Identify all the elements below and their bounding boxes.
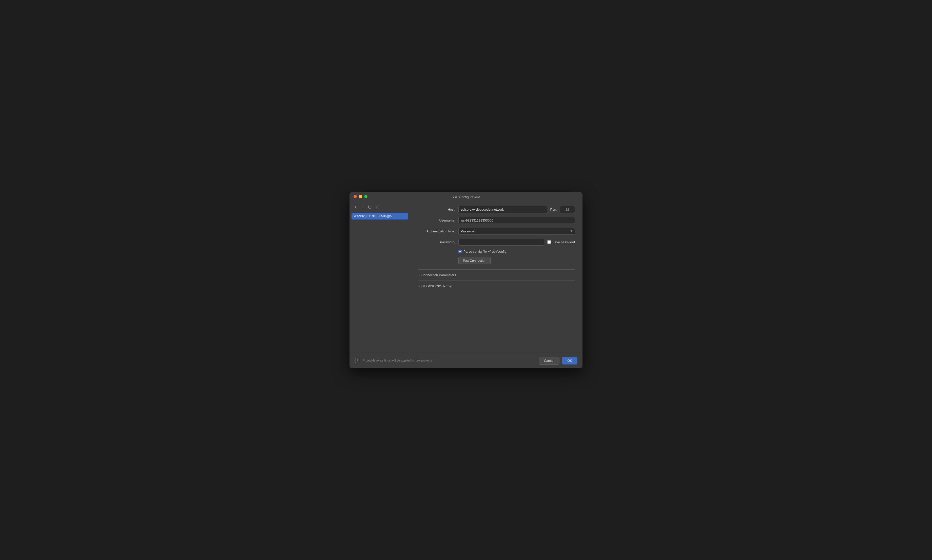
username-row: Username:: [418, 217, 575, 224]
main-content: Host: Port: Username: Authentication typ…: [410, 201, 582, 353]
footer-left: ? Project-level settings will be applied…: [354, 358, 432, 363]
maximize-button[interactable]: [364, 195, 368, 198]
host-port-group: Port:: [458, 206, 575, 213]
host-label: Host:: [418, 208, 458, 211]
help-button[interactable]: ?: [354, 358, 360, 363]
close-button[interactable]: [354, 195, 357, 198]
ok-button[interactable]: OK: [562, 357, 578, 365]
save-password-label[interactable]: Save password: [552, 240, 575, 244]
password-input[interactable]: [458, 239, 544, 246]
traffic-lights: [354, 195, 368, 198]
connection-params-arrow-icon: ›: [419, 274, 420, 277]
http-proxy-arrow-icon: ›: [419, 285, 420, 288]
ssh-configurations-dialog: SSH Configurations + − ws: [350, 192, 582, 368]
footer-hint: Project-level settings will be applied t…: [363, 359, 432, 362]
sidebar-toolbar: + −: [351, 204, 408, 213]
parse-config-label[interactable]: Parse config file ~/.ssh/config: [464, 249, 506, 254]
password-label: Password:: [418, 240, 458, 244]
password-row: Password: Save password: [418, 239, 575, 246]
add-config-button[interactable]: +: [353, 204, 359, 210]
port-input[interactable]: [560, 206, 575, 213]
save-password-area: Save password: [547, 240, 575, 244]
http-proxy-header[interactable]: › HTTP/SOCKS Proxy: [418, 284, 575, 288]
sidebar-item-config[interactable]: ws-932331191353506@s...: [351, 213, 408, 220]
remove-config-button[interactable]: −: [360, 204, 366, 210]
auth-type-label: Authentication type:: [418, 229, 458, 233]
http-proxy-section: › HTTP/SOCKS Proxy: [418, 280, 575, 292]
auth-type-row: Authentication type: Password Key pair O…: [418, 228, 575, 235]
http-proxy-label: HTTP/SOCKS Proxy: [421, 284, 452, 288]
connection-params-label: Connection Parameters: [421, 273, 456, 277]
auth-select-wrapper: Password Key pair OpenSSH config and aut…: [458, 228, 575, 235]
parse-config-row: Parse config file ~/.ssh/config: [458, 249, 575, 254]
save-password-checkbox[interactable]: [547, 240, 551, 244]
connection-params-header[interactable]: › Connection Parameters: [418, 273, 575, 277]
edit-config-button[interactable]: [374, 204, 380, 210]
parse-config-checkbox[interactable]: [458, 249, 462, 253]
svg-rect-0: [369, 206, 371, 208]
footer-buttons: Cancel OK: [539, 357, 578, 365]
password-field-group: Save password: [458, 239, 575, 246]
host-row: Host: Port:: [418, 206, 575, 213]
copy-config-button[interactable]: [367, 204, 373, 210]
username-label: Username:: [418, 218, 458, 222]
window-title: SSH Configurations: [451, 195, 481, 199]
minimize-button[interactable]: [359, 195, 362, 198]
username-input[interactable]: [458, 217, 575, 224]
port-label: Port:: [550, 208, 557, 211]
title-bar: SSH Configurations: [350, 192, 582, 201]
connection-params-section: › Connection Parameters: [418, 269, 575, 280]
dialog-footer: ? Project-level settings will be applied…: [350, 353, 582, 368]
host-input[interactable]: [458, 206, 548, 213]
test-connection-button[interactable]: Test Connection: [458, 257, 491, 264]
cancel-button[interactable]: Cancel: [539, 357, 559, 365]
test-connection-row: Test Connection: [458, 257, 575, 264]
dialog-body: + − ws-932331191353506@s...: [350, 201, 582, 353]
auth-type-select[interactable]: Password Key pair OpenSSH config and aut…: [458, 228, 575, 235]
sidebar: + − ws-932331191353506@s...: [350, 201, 410, 353]
